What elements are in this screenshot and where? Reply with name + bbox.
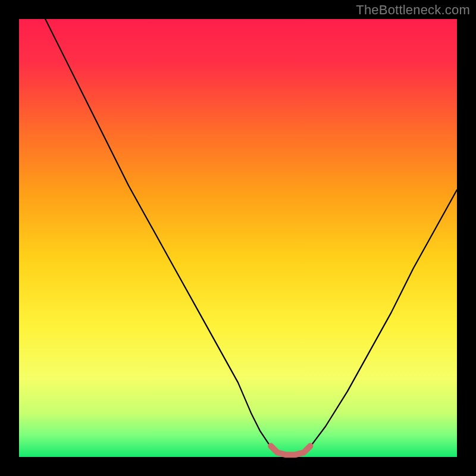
plot-background bbox=[19, 19, 457, 457]
watermark-text: TheBottleneck.com bbox=[356, 2, 470, 18]
chart-frame: TheBottleneck.com bbox=[0, 0, 476, 476]
bottleneck-plot bbox=[0, 0, 476, 476]
